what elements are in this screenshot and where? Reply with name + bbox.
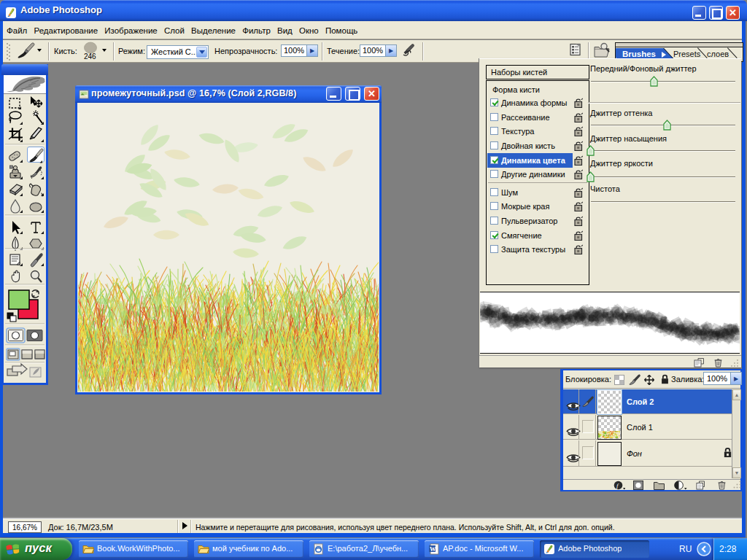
svg-text:W: W	[430, 545, 436, 553]
